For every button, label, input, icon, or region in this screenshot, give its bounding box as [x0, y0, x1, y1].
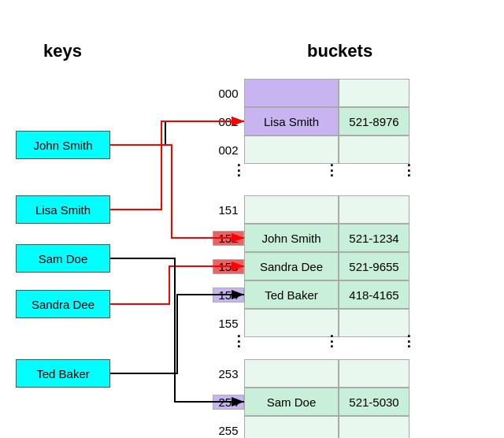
bucket-name-001: Lisa Smith [244, 107, 339, 135]
section-title-buckets: buckets [307, 41, 372, 61]
bucket-phone-155 [339, 309, 410, 337]
bucket-name-255 [244, 416, 339, 438]
dots-4: ⋮ [232, 332, 246, 350]
bucket-index-155: 155 [213, 317, 244, 330]
bucket-index-253: 253 [213, 367, 244, 380]
key-lisa-smith: Lisa Smith [16, 195, 110, 224]
dots-5: ⋮ [324, 332, 339, 350]
bucket-index-254: 254 [213, 395, 244, 410]
key-ted-baker: Ted Baker [16, 359, 110, 388]
bucket-index-255: 255 [213, 424, 244, 437]
bucket-name-153: Sandra Dee [244, 252, 339, 280]
bucket-phone-154: 418-4165 [339, 280, 410, 309]
bucket-phone-254: 521-5030 [339, 388, 410, 416]
dots-2: ⋮ [324, 161, 339, 179]
bucket-index-151: 151 [213, 203, 244, 217]
bucket-phone-152: 521-1234 [339, 224, 410, 252]
bucket-index-153: 153 [213, 259, 244, 274]
bucket-index-152: 152 [213, 231, 244, 246]
dots-1: ⋮ [232, 161, 246, 179]
bucket-name-000 [244, 79, 339, 107]
bucket-name-151 [244, 195, 339, 224]
section-title-keys: keys [43, 41, 82, 61]
bucket-name-152: John Smith [244, 224, 339, 252]
bucket-phone-153: 521-9655 [339, 252, 410, 280]
bucket-phone-255 [339, 416, 410, 438]
bucket-index-000: 000 [213, 87, 244, 100]
bucket-index-001: 001 [213, 115, 244, 128]
key-sandra-dee: Sandra Dee [16, 290, 110, 318]
bucket-name-253 [244, 359, 339, 388]
bucket-name-002 [244, 135, 339, 164]
bucket-name-154: Ted Baker [244, 280, 339, 309]
key-sam-doe: Sam Doe [16, 244, 110, 273]
dots-6: ⋮ [402, 332, 416, 350]
bucket-index-002: 002 [213, 143, 244, 157]
bucket-name-254: Sam Doe [244, 388, 339, 416]
bucket-phone-151 [339, 195, 410, 224]
key-john-smith: John Smith [16, 131, 110, 159]
bucket-phone-001: 521-8976 [339, 107, 410, 135]
bucket-index-154: 154 [213, 288, 244, 303]
bucket-phone-253 [339, 359, 410, 388]
bucket-phone-000 [339, 79, 410, 107]
dots-3: ⋮ [402, 161, 416, 179]
bucket-phone-002 [339, 135, 410, 164]
